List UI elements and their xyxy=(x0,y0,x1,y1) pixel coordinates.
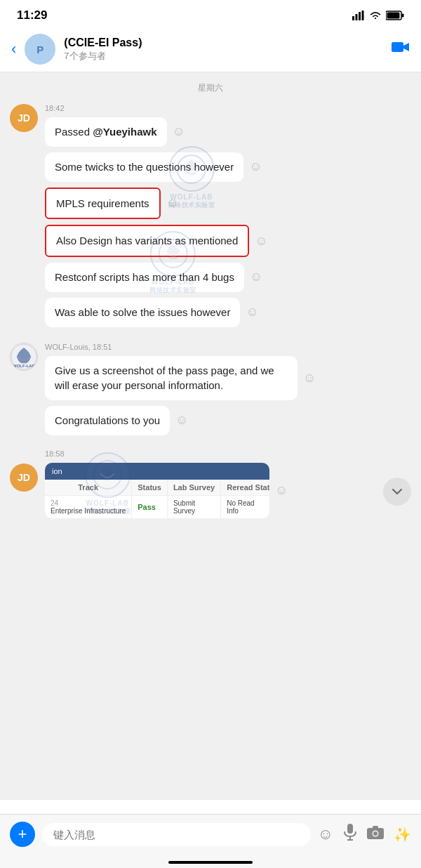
date-separator: 星期六 xyxy=(0,72,421,101)
cell-lab-survey: Submit Survey xyxy=(167,495,220,518)
mic-icon xyxy=(343,824,357,841)
table-row: 24 Enterprise Infrastructure Pass Submit… xyxy=(45,495,269,518)
card-bubble-row: ion Track Status Lab Survey Reread Statu… xyxy=(45,463,376,518)
chat-header: ‹ P (CCIE-EI Pass) 7个参与者 xyxy=(0,28,421,72)
sparkle-button[interactable]: ✨ xyxy=(394,826,411,843)
bubble-row-2: Some twicks to the questions however ☺ xyxy=(45,152,411,182)
bubble-design: Also Design has variants as mentioned xyxy=(45,225,249,257)
status-bar: 11:29 xyxy=(0,0,421,28)
camera-icon xyxy=(367,825,384,839)
status-icons xyxy=(352,11,404,20)
col-track: Track xyxy=(45,480,132,496)
bubble-row-4: Also Design has variants as mentioned ☺ xyxy=(45,225,411,257)
bubble-row-1: Passed @Yueyihawk ☺ xyxy=(45,117,411,147)
participant-count: 7个参与者 xyxy=(64,50,383,63)
svg-point-18 xyxy=(373,831,377,836)
back-button[interactable]: ‹ xyxy=(11,40,16,58)
emoji-react-5[interactable]: ☺ xyxy=(250,270,262,284)
input-icons: ☺ ✨ xyxy=(318,824,411,845)
cell-status: Pass xyxy=(132,495,168,518)
emoji-react-6[interactable]: ☺ xyxy=(246,305,258,320)
bubble-passed: Passed @Yueyihawk xyxy=(45,117,167,147)
camera-button[interactable] xyxy=(367,825,384,843)
wifi-icon xyxy=(369,11,382,20)
emoji-react-7[interactable]: ☺ xyxy=(303,371,316,386)
bubble-mpls: MPLS requirements xyxy=(45,188,161,220)
bubble-row-3: MPLS requirements ☺ xyxy=(45,188,411,220)
svg-rect-0 xyxy=(352,16,354,20)
wolf-sender-name: WOLF-Louis, 18:51 xyxy=(45,343,411,351)
svg-rect-19 xyxy=(373,826,378,829)
group-avatar: P xyxy=(25,34,55,65)
jd-messages-col: 18:42 WOLF-LAB 网络技术实验室 Passed @Yueyihawk… xyxy=(45,104,411,330)
wolf-messages-col: WOLF-Louis, 18:51 Give us a screenshot o… xyxy=(45,343,411,438)
bubble-row-6: Was able to solve the issues however ☺ xyxy=(45,298,411,327)
signal-icon xyxy=(352,11,365,20)
status-time: 11:29 xyxy=(17,8,47,22)
emoji-react-3[interactable]: ☺ xyxy=(166,196,179,211)
col-status: Status xyxy=(132,480,168,496)
svg-rect-7 xyxy=(392,42,403,52)
emoji-react-4[interactable]: ☺ xyxy=(255,234,267,249)
svg-rect-6 xyxy=(402,14,404,18)
chevron-down-icon xyxy=(392,486,403,497)
message-group-jd-card: JD WOLF-LAB 网络技术实验室 18:58 ion xyxy=(0,445,421,522)
emoji-react-1[interactable]: ☺ xyxy=(173,124,185,139)
emoji-react-8[interactable]: ☺ xyxy=(175,413,188,428)
chat-title: (CCIE-EI Pass) xyxy=(64,37,383,49)
svg-text:WOLF-LAB: WOLF-LAB xyxy=(13,364,36,368)
card-bubble: ion Track Status Lab Survey Reread Statu… xyxy=(45,463,269,518)
bubble-restconf: Restconf scripts has more than 4 bugs xyxy=(45,263,244,292)
emoji-react-2[interactable]: ☺ xyxy=(249,159,262,174)
bubble-screenshot: Give us a screenshot of the pass page, a… xyxy=(45,356,298,401)
svg-rect-5 xyxy=(387,13,400,19)
col-reread: Reread Status xyxy=(221,480,269,496)
bubble-row-5: Restconf scripts has more than 4 bugs ☺ xyxy=(45,263,411,292)
message-group-wolf: WOLF-LAB WOLF-Louis, 18:51 Give us a scr… xyxy=(0,340,421,441)
sender-time-1: 18:42 xyxy=(45,104,411,112)
svg-rect-3 xyxy=(362,11,364,20)
input-bar: + ☺ ✨ xyxy=(0,814,421,868)
scroll-down-button[interactable] xyxy=(383,478,411,506)
avatar-jd-2: JD xyxy=(10,463,38,492)
svg-rect-2 xyxy=(359,12,361,20)
bubble-congrats: Congratulations to you xyxy=(45,406,170,435)
cell-reread: No Read Info xyxy=(221,495,269,518)
card-header: ion xyxy=(45,463,269,480)
header-info: (CCIE-EI Pass) 7个参与者 xyxy=(64,37,383,63)
bubble-twicks: Some twicks to the questions however xyxy=(45,152,243,182)
card-table: Track Status Lab Survey Reread Status 24… xyxy=(45,480,269,518)
col-lab-survey: Lab Survey xyxy=(167,480,220,496)
bubble-row-8: Congratulations to you ☺ xyxy=(45,406,411,435)
card-col: 18:58 ion Track Status Lab Survey Reread… xyxy=(45,449,376,518)
video-icon xyxy=(392,40,410,54)
chat-area: 星期六 JD 18:42 WOLF-LAB 网络技术实验室 Passed @ xyxy=(0,72,421,800)
message-group-jd-1: JD 18:42 WOLF-LAB 网络技术实验室 Passed @Yueyih… xyxy=(0,101,421,333)
message-input[interactable] xyxy=(42,823,311,846)
avatar-jd: JD xyxy=(10,104,38,132)
mic-button[interactable] xyxy=(343,824,357,845)
emoji-button[interactable]: ☺ xyxy=(318,825,333,843)
video-call-button[interactable] xyxy=(392,40,410,58)
bubble-row-7: Give us a screenshot of the pass page, a… xyxy=(45,356,411,401)
cell-track: 24 Enterprise Infrastructure xyxy=(45,495,132,518)
add-button[interactable]: + xyxy=(10,822,35,847)
svg-rect-13 xyxy=(347,824,353,834)
bubble-solve: Was able to solve the issues however xyxy=(45,298,240,327)
emoji-react-card[interactable]: ☺ xyxy=(275,483,288,498)
avatar-wolf: WOLF-LAB xyxy=(10,343,38,371)
card-sender-time: 18:58 xyxy=(45,449,376,458)
home-indicator xyxy=(168,861,253,864)
svg-rect-1 xyxy=(356,14,358,20)
battery-icon xyxy=(386,11,404,20)
